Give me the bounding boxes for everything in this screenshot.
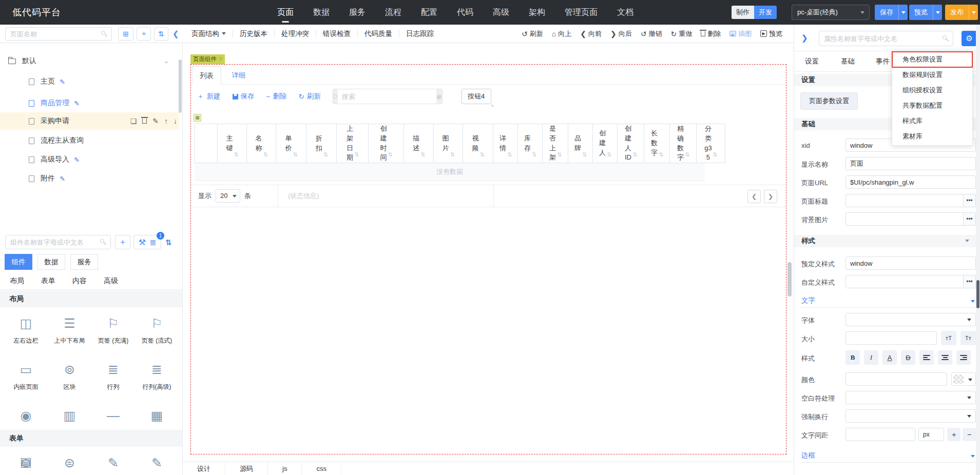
sort-icon[interactable]: ⇅ <box>323 151 328 158</box>
add-page-button[interactable]: ＋ <box>137 27 151 41</box>
sort-icon[interactable]: ⇅ <box>713 151 717 158</box>
publish-button[interactable]: 发布 <box>945 5 978 20</box>
component-top-mid-bottom[interactable]: ☰上中下布局 <box>48 309 91 355</box>
code-quality-button[interactable]: 代码质量 <box>364 29 392 38</box>
undo-button[interactable]: ↺撤销 <box>641 29 662 38</box>
subsection-border[interactable]: 边框 <box>801 450 976 463</box>
tree-folder-default[interactable]: 默认 ⌄ <box>0 52 179 70</box>
tab-source[interactable]: 源码 <box>225 462 268 475</box>
sort-icon[interactable]: ⇅ <box>507 151 512 158</box>
new-record-button[interactable]: ＋新建 <box>197 92 221 101</box>
column-header[interactable]: 单价⇅ <box>276 124 306 163</box>
go-backward-button[interactable]: ❯向后 <box>610 29 632 38</box>
column-header[interactable]: 长数字⇅ <box>644 124 670 163</box>
ellipsis-button[interactable]: ••• <box>964 194 976 207</box>
page-url-input[interactable] <box>846 175 976 189</box>
refresh-grid-button[interactable]: ↻刷新 <box>298 92 320 101</box>
edit-pencil-icon[interactable]: ✎ <box>74 100 80 107</box>
page-search-input[interactable] <box>6 28 111 40</box>
nav-flow[interactable]: 流程 <box>385 0 401 25</box>
component-search-input[interactable] <box>6 235 110 249</box>
font-select[interactable] <box>846 313 976 326</box>
sort-icon[interactable]: ⇅ <box>450 151 454 158</box>
column-header[interactable]: 品牌⇅ <box>568 124 593 163</box>
align-right-button[interactable] <box>956 350 971 365</box>
column-header[interactable]: 描述⇅ <box>404 124 434 163</box>
sort-icon[interactable]: ⇅ <box>532 151 536 158</box>
tab-list-view[interactable]: 列表 <box>192 66 221 85</box>
add-component-button[interactable]: ＋ <box>115 235 130 249</box>
edit-pencil-icon[interactable]: ✎ <box>60 78 65 86</box>
grid-search-input[interactable] <box>338 89 436 104</box>
cat-layout[interactable]: 布局 <box>10 276 24 286</box>
go-forward-button[interactable]: ❮向前 <box>580 29 602 38</box>
nav-advanced[interactable]: 高级 <box>493 0 509 25</box>
save-record-button[interactable]: 保存 <box>233 92 255 101</box>
sort-icon[interactable]: ⇅ <box>263 151 267 158</box>
align-left-button[interactable] <box>919 350 934 365</box>
font-size-down-button[interactable]: Tт <box>960 331 976 345</box>
resolve-conflict-button[interactable]: 处理冲突 <box>281 29 309 38</box>
component-block[interactable]: ⊚区块 <box>48 355 91 401</box>
cat-content[interactable]: 内容 <box>72 276 87 286</box>
component-tabs-full[interactable]: ⚐页签 (充满) <box>91 309 135 355</box>
error-check-button[interactable]: 错误检查 <box>323 29 351 38</box>
column-header[interactable]: 视频⇅ <box>463 124 493 163</box>
edit-pencil-icon[interactable]: ✎ <box>152 117 159 125</box>
sort-icon[interactable]: ⇅ <box>557 151 562 158</box>
form-component-label-output[interactable]: ⊜ <box>48 448 91 475</box>
mode-dev[interactable]: 开发 <box>754 6 777 19</box>
tab-basic[interactable]: 基础 <box>841 51 855 72</box>
subsection-text[interactable]: 文字 <box>801 295 976 308</box>
italic-button[interactable]: I <box>864 350 878 365</box>
preview-button[interactable]: 预览 <box>909 5 942 20</box>
menu-data-rules[interactable]: 数据规则设置 <box>892 67 972 83</box>
collapse-panel-icon[interactable]: ❯ <box>801 33 808 43</box>
sort-icon[interactable]: ⇅ <box>420 151 425 158</box>
settings-gear-button[interactable]: ⚙ <box>962 31 977 46</box>
column-header[interactable]: 库存⇅ <box>518 124 543 163</box>
column-header[interactable]: 折扣⇅ <box>306 124 337 163</box>
menu-style-library[interactable]: 样式库 <box>892 113 972 129</box>
column-header[interactable]: 分类g35⇅ <box>697 124 725 163</box>
font-size-up-button[interactable]: тT <box>941 331 956 345</box>
chevron-down-icon[interactable]: ⌄ <box>164 57 169 65</box>
copy-icon[interactable]: ❏ <box>130 117 137 125</box>
page-structure-menu[interactable]: 页面结构 <box>191 29 226 38</box>
decrease-button[interactable]: − <box>963 428 976 441</box>
tree-page-attachment[interactable]: 附件 ✎ <box>0 170 179 187</box>
tree-page-purchase[interactable]: 采购申请 ❏ ✎ ↑ ↓ <box>0 112 179 130</box>
sort-icon[interactable]: ⇅ <box>388 151 392 158</box>
whitespace-select[interactable] <box>846 391 976 404</box>
form-component-output[interactable]: ⊜ <box>4 448 48 475</box>
column-header[interactable]: 创建人ID⇅ <box>618 124 644 163</box>
nav-service[interactable]: 服务 <box>349 0 366 25</box>
publish-dropdown[interactable] <box>969 5 978 20</box>
edit-pencil-icon[interactable]: ✎ <box>74 156 80 164</box>
tab-css[interactable]: css <box>302 462 341 475</box>
tab-data[interactable]: 数据 <box>37 254 65 270</box>
tree-page-goods[interactable]: 商品管理 ✎ <box>0 94 179 112</box>
tab-events[interactable]: 事件 <box>876 51 890 72</box>
insert-image-button[interactable]: 插图 <box>729 29 752 38</box>
panel-scrollbar[interactable] <box>976 25 980 475</box>
collapse-sidebar-icon[interactable]: ❮ <box>172 29 179 38</box>
save-dropdown[interactable] <box>898 5 908 20</box>
move-up-icon[interactable]: ↑ <box>164 117 168 125</box>
color-input[interactable] <box>846 372 947 386</box>
menu-role-permission[interactable]: 角色权限设置 <box>892 52 972 67</box>
sort-pages-button[interactable]: ⇅ <box>154 27 168 41</box>
log-trace-button[interactable]: 日志跟踪 <box>406 29 434 38</box>
page-params-button[interactable]: 页面参数设置 <box>800 92 858 110</box>
mode-make[interactable]: 制作 <box>732 6 754 19</box>
page-component-tag[interactable]: 页面组件 ▽ <box>190 54 225 64</box>
preview-dropdown[interactable] <box>933 5 942 20</box>
sort-icon[interactable]: ⇅ <box>234 151 238 158</box>
tab-design[interactable]: 设计 <box>183 462 225 475</box>
next-page-button[interactable]: ❯ <box>764 190 777 203</box>
column-header[interactable]: 图片⇅ <box>434 124 463 163</box>
bold-button[interactable]: B <box>846 350 860 365</box>
preview-page-button[interactable]: ▶预览 <box>760 29 782 38</box>
tab-services[interactable]: 服务 <box>70 254 98 270</box>
ellipsis-button[interactable]: ••• <box>964 275 976 288</box>
